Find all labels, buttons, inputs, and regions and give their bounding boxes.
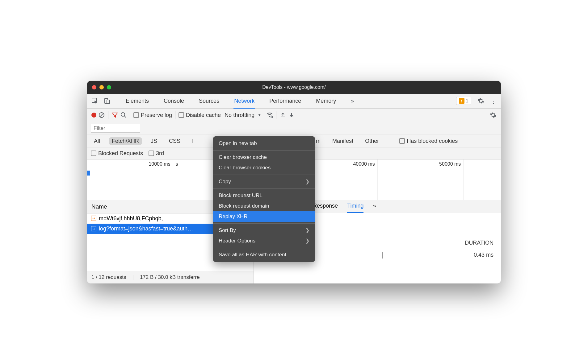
window-title: DevTools - www.google.com/: [87, 85, 501, 90]
disable-cache-checkbox[interactable]: Disable cache: [178, 112, 221, 118]
ctx-copy[interactable]: Copy❯: [213, 176, 315, 187]
tab-network[interactable]: Network: [227, 94, 262, 108]
network-toolbar: Preserve log Disable cache No throttling…: [87, 109, 501, 122]
file-icon: ⇄: [91, 216, 96, 221]
has-blocked-cookies-checkbox[interactable]: Has blocked cookies: [399, 138, 458, 144]
type-all[interactable]: All: [91, 137, 103, 145]
tab-response[interactable]: Response: [313, 203, 338, 210]
filter-icon[interactable]: [111, 112, 118, 118]
ctx-open-new-tab[interactable]: Open in new tab: [213, 138, 315, 149]
request-name: m=Wt6vjf,hhhU8,FCpbqb,: [99, 215, 163, 222]
traffic-lights: [92, 85, 111, 89]
inspect-element-icon[interactable]: [91, 97, 98, 104]
tab-timing[interactable]: Timing: [347, 203, 363, 210]
tab-memory[interactable]: Memory: [309, 94, 343, 108]
wifi-icon[interactable]: [266, 112, 273, 118]
svg-rect-2: [107, 100, 110, 104]
tab-sources[interactable]: Sources: [191, 94, 227, 108]
svg-line-4: [100, 114, 103, 117]
more-tabs[interactable]: »: [343, 94, 361, 108]
tab-performance[interactable]: Performance: [262, 94, 309, 108]
search-icon[interactable]: [120, 112, 127, 118]
context-menu: Open in new tab Clear browser cache Clea…: [213, 136, 315, 262]
upload-icon[interactable]: [279, 112, 286, 118]
filter-bar: [87, 122, 501, 135]
devtools-window: DevTools - www.google.com/ Elements Cons…: [87, 81, 501, 283]
tab-list: Elements Console Sources Network Perform…: [118, 94, 361, 108]
file-icon: □: [91, 226, 96, 231]
status-requests: 1 / 12 requests: [91, 274, 126, 280]
throttling-select[interactable]: No throttling▼: [225, 112, 261, 118]
titlebar: DevTools - www.google.com/: [87, 81, 501, 94]
request-name: log?format=json&hasfast=true&auth…: [99, 225, 193, 232]
type-css[interactable]: CSS: [166, 137, 183, 145]
ctx-save-har[interactable]: Save all as HAR with content: [213, 250, 315, 260]
chevron-right-icon: ❯: [305, 179, 309, 184]
tick-10000: 10000 ms: [87, 159, 173, 200]
tick-50000: 50000 ms: [378, 159, 464, 200]
ctx-clear-cache[interactable]: Clear browser cache: [213, 152, 315, 163]
queueing-bar: [382, 252, 383, 259]
blocked-requests-checkbox[interactable]: Blocked Requests: [91, 150, 143, 157]
tab-elements[interactable]: Elements: [118, 94, 156, 108]
record-icon[interactable]: [91, 113, 96, 118]
svg-point-7: [269, 116, 270, 117]
device-toggle-icon[interactable]: [104, 97, 111, 104]
type-other[interactable]: Other: [362, 137, 382, 145]
type-js[interactable]: JS: [148, 137, 160, 145]
status-transferred: 172 B / 30.0 kB transferre: [140, 274, 200, 280]
warning-icon: !: [459, 98, 464, 104]
svg-point-5: [121, 113, 125, 116]
gear-icon[interactable]: [490, 112, 497, 118]
more-menu-icon[interactable]: ⋮: [490, 97, 497, 105]
close-icon[interactable]: [92, 85, 96, 89]
third-party-checkbox[interactable]: 3rd: [149, 150, 164, 157]
ctx-block-url[interactable]: Block request URL: [213, 190, 315, 201]
ctx-sort-by[interactable]: Sort By❯: [213, 225, 315, 236]
panel-tabs: Elements Console Sources Network Perform…: [87, 94, 501, 109]
type-img[interactable]: I: [189, 137, 197, 145]
chevron-right-icon: ❯: [305, 238, 309, 244]
queueing-value: 0.43 ms: [474, 252, 494, 259]
timeline-selection: [87, 171, 90, 176]
svg-line-6: [124, 116, 126, 118]
filter-input[interactable]: [91, 124, 140, 133]
maximize-icon[interactable]: [107, 85, 111, 89]
more-detail-tabs[interactable]: »: [373, 203, 376, 210]
type-fetch-xhr[interactable]: Fetch/XHR: [109, 137, 142, 145]
preserve-log-checkbox[interactable]: Preserve log: [133, 112, 172, 118]
type-manifest[interactable]: Manifest: [329, 137, 356, 145]
separator: [117, 97, 117, 105]
warning-count: 1: [466, 98, 468, 104]
download-icon[interactable]: [288, 112, 295, 118]
ctx-replay-xhr[interactable]: Replay XHR: [213, 211, 315, 222]
ctx-block-domain[interactable]: Block request domain: [213, 201, 315, 211]
tab-console[interactable]: Console: [156, 94, 191, 108]
gear-icon[interactable]: [477, 97, 484, 104]
clear-icon[interactable]: [98, 112, 105, 118]
duration-label: DURATION: [465, 240, 494, 246]
ctx-clear-cookies[interactable]: Clear browser cookies: [213, 163, 315, 173]
warnings-badge[interactable]: ! 1: [456, 97, 471, 105]
status-bar: 1 / 12 requests | 172 B / 30.0 kB transf…: [87, 271, 254, 283]
ctx-header-options[interactable]: Header Options❯: [213, 236, 315, 246]
minimize-icon[interactable]: [99, 85, 104, 89]
chevron-right-icon: ❯: [305, 227, 309, 233]
